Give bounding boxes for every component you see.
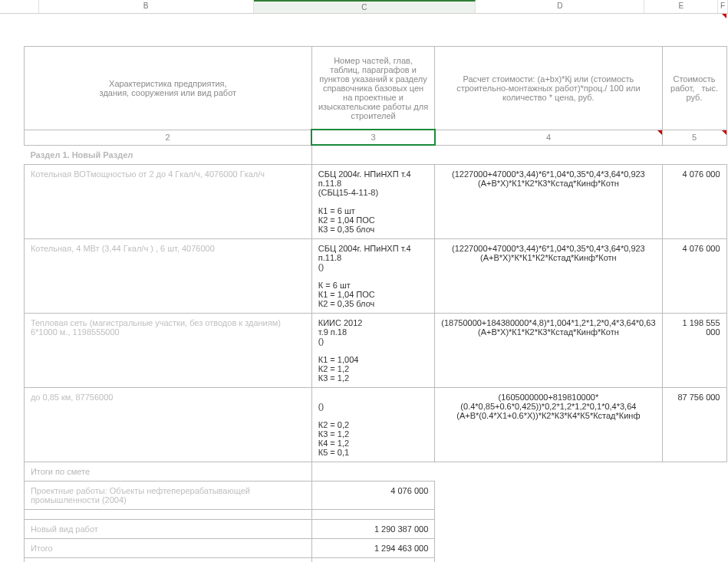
header-characteristic: Характеристика предприятия, здания, соор… [24, 47, 311, 130]
totals-line2-label[interactable]: Новый вид работ [24, 519, 311, 538]
cell-characteristic[interactable]: Котельная ВОТмощностью от 2 до 4 Гкал/ч,… [24, 164, 311, 238]
cell-calculation[interactable]: (1227000+47000*3,44)*6*1,04*0,35*0,4*3,6… [435, 164, 662, 238]
totals-line1-label[interactable]: Проектные работы: Объекты нефтеперерабат… [24, 481, 311, 509]
totals-line4-value[interactable]: 1 294 463 000 [311, 557, 434, 562]
cell-calculation[interactable]: (1605000000+819810000*(0.4*0,85+0.6*0,42… [435, 387, 662, 462]
comment-indicator-icon [662, 14, 726, 47]
cell-reference[interactable]: КИИС 2012 т.9 п.18 () К1 = 1,004 К2 = 1,… [311, 313, 434, 387]
totals-row: Проектные работы: Объекты нефтеперерабат… [0, 481, 726, 509]
table-header-row: Характеристика предприятия, здания, соор… [0, 47, 726, 130]
column-number-row: 2 3 4 5 [0, 130, 726, 145]
cell-reference[interactable]: СБЦ 2004г. НПиНХП т.4 п.11.8 (СБЦ15-4-11… [311, 164, 434, 238]
cell-cost[interactable]: 4 076 000 [662, 238, 726, 313]
totals-row: Новый вид работ 1 290 387 000 [0, 519, 726, 538]
cell-characteristic[interactable]: Котельная, 4 МВт (3,44 Гкал/ч ) , 6 шт, … [24, 238, 311, 313]
cell-cost[interactable]: 1 198 555 000 [662, 313, 726, 387]
cell-characteristic[interactable]: Тепловая сеть (магистральные участки, бе… [24, 313, 311, 387]
header-calculation: Расчет стоимости: (a+bx)*Кj или (стоимос… [435, 47, 662, 130]
colnum-5: 5 [662, 130, 726, 145]
col-letter-e: E [644, 0, 718, 13]
col-letter-c[interactable]: C [254, 0, 476, 13]
table-row: Котельная, 4 МВт (3,44 Гкал/ч ) , 6 шт, … [0, 238, 726, 313]
cell-reference[interactable]: СБЦ 2004г. НПиНХП т.4 п.11.8 () К = 6 шт… [311, 238, 434, 313]
col-letter-b: B [39, 0, 254, 13]
col-letter-d: D [476, 0, 644, 13]
totals-line4-label[interactable]: Всего [24, 557, 311, 562]
cell-reference[interactable]: () К2 = 0,2 К3 = 1,2 К4 = 1,2 К5 = 0,1 [311, 387, 434, 462]
section-title: Раздел 1. Новый Раздел [24, 145, 311, 164]
totals-line1-value[interactable]: 4 076 000 [311, 481, 434, 509]
section-title-row: Раздел 1. Новый Раздел [0, 145, 726, 164]
totals-row: Всего 1 294 463 000 [0, 557, 726, 562]
totals-line3-label[interactable]: Итого [24, 538, 311, 557]
totals-header-row: Итоги по смете [0, 462, 726, 481]
cell-cost[interactable]: 87 756 000 [662, 387, 726, 462]
totals-row: Итого 1 294 463 000 [0, 538, 726, 557]
colnum-2: 2 [24, 130, 311, 145]
header-cost: Стоимость работ, тыс. руб. [662, 47, 726, 130]
table-row: Котельная ВОТмощностью от 2 до 4 Гкал/ч,… [0, 164, 726, 238]
spreadsheet-grid: Характеристика предприятия, здания, соор… [0, 14, 727, 562]
totals-line3-value[interactable]: 1 294 463 000 [311, 538, 434, 557]
cell-calculation[interactable]: (18750000+184380000*4,8)*1,004*1,2*1,2*0… [435, 313, 662, 387]
cell-cost[interactable]: 4 076 000 [662, 164, 726, 238]
table-row: до 0,85 км, 87756000 () К2 = 0,2 К3 = 1,… [0, 387, 726, 462]
totals-line2-value[interactable]: 1 290 387 000 [311, 519, 434, 538]
totals-header: Итоги по смете [24, 462, 311, 481]
colnum-4: 4 [435, 130, 662, 145]
totals-spacer-row [0, 509, 726, 519]
cell-calculation[interactable]: (1227000+47000*3,44)*6*1,04*0,35*0,4*3,6… [435, 238, 662, 313]
header-reference: Номер частей, глав, таблиц, параграфов и… [311, 47, 434, 130]
col-letter-f: F [718, 0, 728, 13]
selected-cell[interactable]: 3 [311, 130, 434, 145]
cell-characteristic[interactable]: до 0,85 км, 87756000 [24, 387, 311, 462]
column-letter-bar: B C D E F [0, 0, 728, 14]
table-row: Тепловая сеть (магистральные участки, бе… [0, 313, 726, 387]
